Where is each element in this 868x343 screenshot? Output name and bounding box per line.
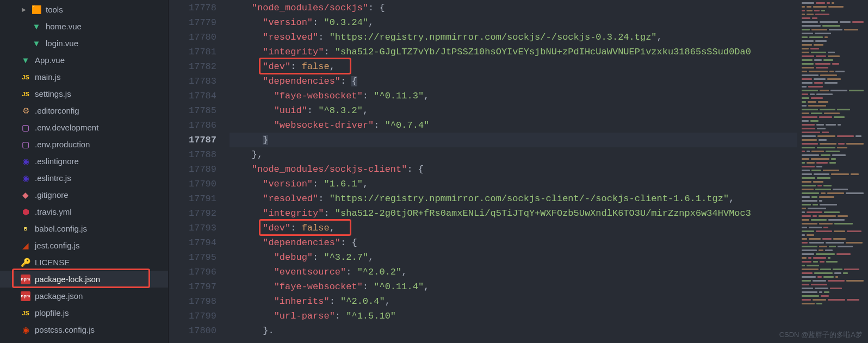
minimap-line (802, 124, 864, 126)
file-label: App.vue (35, 55, 65, 65)
file-tree-item[interactable]: ▢.env.production (0, 136, 168, 153)
minimap-line (802, 105, 864, 107)
code-line[interactable]: "dependencies": { (230, 235, 797, 250)
minimap-line (802, 21, 864, 23)
line-number: 17800 (169, 323, 230, 338)
code-line[interactable]: "uuid": "^8.3.2", (230, 103, 797, 118)
eslint-icon: ◉ (21, 173, 30, 183)
code-line[interactable]: "version": "1.6.1", (230, 177, 797, 191)
travis-icon: ⬢ (21, 207, 30, 217)
file-tree-item[interactable]: ▼home.vue (0, 18, 168, 35)
code-line[interactable]: "websocket-driver": "^0.7.4" (230, 118, 797, 133)
file-tree-item[interactable]: npmpackage-lock.json (0, 271, 168, 288)
line-number: 17798 (169, 294, 230, 309)
file-tree-item[interactable]: npmpackage.json (0, 288, 168, 304)
line-number: 17797 (169, 279, 230, 294)
babel-icon: B (21, 224, 30, 234)
line-number: 17789 (169, 162, 230, 177)
minimap-line (802, 208, 864, 209)
file-tree-item[interactable]: Bbabel.config.js (0, 220, 168, 237)
minimap-line (802, 97, 864, 99)
minimap-line (802, 113, 864, 114)
minimap-line (802, 173, 864, 175)
file-tree-item[interactable]: JSmain.js (0, 68, 168, 85)
file-label: main.js (35, 72, 61, 82)
minimap-line (802, 67, 864, 68)
file-explorer-sidebar[interactable]: ▶🟧tools▼home.vue▼login.vue▼App.vueJSmain… (0, 0, 169, 343)
file-label: .travis.yml (35, 207, 72, 216)
code-line[interactable]: "eventsource": "^2.0.2", (230, 265, 797, 279)
code-line[interactable]: "dev": false, (230, 221, 797, 235)
code-line[interactable]: "faye-websocket": "^0.11.4", (230, 279, 797, 294)
file-tree-item[interactable]: ▶🟧tools (0, 1, 168, 18)
minimap-line (802, 276, 864, 278)
file-label: package.json (35, 291, 83, 301)
code-line[interactable]: } (230, 133, 797, 147)
file-tree-item[interactable]: ⚙.editorconfig (0, 102, 168, 119)
minimap-line (802, 139, 864, 141)
line-number: 17794 (169, 235, 230, 250)
code-line[interactable]: }, (230, 147, 797, 162)
code-line[interactable]: "url-parse": "^1.5.10" (230, 309, 797, 323)
file-tree-item[interactable]: ▼login.vue (0, 35, 168, 52)
file-tree-item[interactable]: ◆.gitignore (0, 186, 168, 203)
line-number: 17782 (169, 59, 230, 74)
line-number: 17791 (169, 191, 230, 206)
minimap-line (802, 238, 864, 240)
jest-icon: ◢ (21, 241, 30, 251)
file-tree-item[interactable]: ▼App.vue (0, 52, 168, 68)
file-tree-item[interactable]: 🔑LICENSE (0, 254, 168, 271)
minimap-line (802, 147, 864, 148)
code-line[interactable]: "node_modules/sockjs": { (230, 1, 797, 15)
minimap-line (802, 250, 864, 251)
file-tree-item[interactable]: ◢jest.config.js (0, 237, 168, 254)
minimap-line (802, 288, 864, 289)
minimap-line (802, 261, 864, 263)
line-number: 17788 (169, 147, 230, 162)
minimap-line (802, 189, 864, 190)
minimap-line (802, 71, 864, 72)
line-number: 17784 (169, 89, 230, 103)
minimap-line (802, 303, 864, 304)
code-line[interactable]: "faye-websocket": "^0.11.3", (230, 89, 797, 103)
file-tree-item[interactable]: ◉.eslintignore (0, 153, 168, 170)
code-line[interactable]: "resolved": "https://registry.npmmirror.… (230, 30, 797, 45)
minimap-line (802, 132, 864, 133)
code-line[interactable]: "node_modules/sockjs-client": { (230, 162, 797, 177)
code-editor[interactable]: 1777817779177801778117782177831778417785… (169, 0, 868, 343)
file-tree-item[interactable]: ⬢.travis.yml (0, 203, 168, 220)
minimap[interactable] (797, 0, 868, 343)
file-tree-item[interactable]: ◉postcss.config.js (0, 321, 168, 338)
minimap-line (802, 44, 864, 46)
minimap-line (802, 55, 864, 57)
code-line[interactable]: "inherits": "^2.0.4", (230, 294, 797, 309)
line-number: 17779 (169, 15, 230, 30)
file-tree-item[interactable]: ▢.env.development (0, 119, 168, 136)
file-label: postcss.config.js (35, 325, 95, 334)
code-line[interactable]: "dev": false, (230, 59, 797, 74)
minimap-line (802, 257, 864, 259)
line-number: 17795 (169, 250, 230, 265)
file-tree-item[interactable]: JSsettings.js (0, 85, 168, 102)
line-number: 17796 (169, 265, 230, 279)
code-line[interactable]: "integrity": "sha512-2g0tjOR+fRs0amxENLi… (230, 206, 797, 221)
file-tree-item[interactable]: JSplopfile.js (0, 304, 168, 321)
minimap-line (802, 2, 864, 4)
code-area[interactable]: "node_modules/sockjs": { "version": "0.3… (230, 0, 797, 343)
code-line[interactable]: }. (230, 323, 797, 338)
code-line[interactable]: "version": "0.3.24", (230, 15, 797, 30)
line-number: 17783 (169, 74, 230, 89)
minimap-line (802, 265, 864, 266)
code-line[interactable]: "integrity": "sha512-GJgLTZ7vYb/JtPSSZ10… (230, 45, 797, 59)
minimap-line (802, 154, 864, 156)
code-line[interactable]: "debug": "^3.2.7", (230, 250, 797, 265)
code-line[interactable]: "resolved": "https://registry.npmmirror.… (230, 191, 797, 206)
file-label: login.vue (46, 39, 78, 48)
file-label: .env.development (35, 123, 98, 132)
minimap-line (802, 200, 864, 202)
minimap-line (802, 291, 864, 293)
file-tree-item[interactable]: ◉.eslintrc.js (0, 170, 168, 186)
vue-icon: ▼ (32, 22, 41, 32)
folder-icon: 🟧 (32, 5, 41, 15)
code-line[interactable]: "dependencies": { (230, 74, 797, 89)
